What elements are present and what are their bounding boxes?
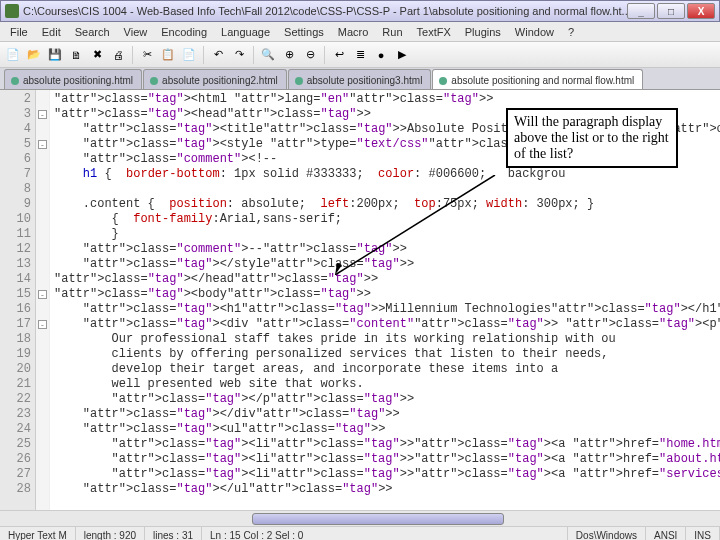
horizontal-scrollbar[interactable] bbox=[0, 510, 720, 526]
save-icon[interactable]: 💾 bbox=[46, 46, 64, 64]
menu-textfx[interactable]: TextFX bbox=[411, 24, 457, 40]
find-icon[interactable]: 🔍 bbox=[259, 46, 277, 64]
cut-icon[interactable]: ✂ bbox=[138, 46, 156, 64]
tab-label: absolute positioning3.html bbox=[307, 75, 423, 86]
status-length: length : 920 bbox=[76, 527, 145, 540]
zoom-in-icon[interactable]: ⊕ bbox=[280, 46, 298, 64]
menu-plugins[interactable]: Plugins bbox=[459, 24, 507, 40]
menu-help[interactable]: ? bbox=[562, 24, 580, 40]
app-icon bbox=[5, 4, 19, 18]
scrollbar-thumb[interactable] bbox=[252, 513, 504, 525]
line-numbers: 2345678910111213141516171819202122232425… bbox=[0, 90, 36, 510]
close-file-icon[interactable]: ✖ bbox=[88, 46, 106, 64]
new-file-icon[interactable]: 📄 bbox=[4, 46, 22, 64]
list-icon[interactable]: ≣ bbox=[351, 46, 369, 64]
undo-icon[interactable]: ↶ bbox=[209, 46, 227, 64]
file-tab[interactable]: absolute positioning.html bbox=[4, 69, 142, 89]
tab-label: absolute positioning2.html bbox=[162, 75, 278, 86]
toolbar-separator bbox=[324, 46, 325, 64]
status-eol: Dos\Windows bbox=[568, 527, 646, 540]
play-icon[interactable]: ▶ bbox=[393, 46, 411, 64]
copy-icon[interactable]: 📋 bbox=[159, 46, 177, 64]
file-tabs: absolute positioning.html absolute posit… bbox=[0, 68, 720, 90]
window-controls: _ □ X bbox=[627, 3, 715, 19]
tab-status-icon bbox=[11, 77, 19, 85]
toolbar-separator bbox=[253, 46, 254, 64]
close-button[interactable]: X bbox=[687, 3, 715, 19]
maximize-button[interactable]: □ bbox=[657, 3, 685, 19]
record-icon[interactable]: ● bbox=[372, 46, 390, 64]
zoom-out-icon[interactable]: ⊖ bbox=[301, 46, 319, 64]
toolbar: 📄 📂 💾 🗎 ✖ 🖨 ✂ 📋 📄 ↶ ↷ 🔍 ⊕ ⊖ ↩ ≣ ● ▶ bbox=[0, 42, 720, 68]
tab-status-icon bbox=[150, 77, 158, 85]
tab-status-icon bbox=[439, 77, 447, 85]
annotation-callout: Will the paragraph display above the lis… bbox=[506, 108, 678, 168]
menu-language[interactable]: Language bbox=[215, 24, 276, 40]
menu-bar: File Edit Search View Encoding Language … bbox=[0, 22, 720, 42]
fold-column[interactable]: - - - - bbox=[36, 90, 50, 510]
paste-icon[interactable]: 📄 bbox=[180, 46, 198, 64]
minimize-button[interactable]: _ bbox=[627, 3, 655, 19]
menu-view[interactable]: View bbox=[118, 24, 154, 40]
window-title: C:\Courses\CIS 1004 - Web-Based Info Tec… bbox=[23, 5, 627, 17]
status-mode: INS bbox=[686, 527, 720, 540]
menu-settings[interactable]: Settings bbox=[278, 24, 330, 40]
menu-macro[interactable]: Macro bbox=[332, 24, 375, 40]
status-encoding: ANSI bbox=[646, 527, 686, 540]
file-tab[interactable]: absolute positioning3.html bbox=[288, 69, 432, 89]
redo-icon[interactable]: ↷ bbox=[230, 46, 248, 64]
file-tab-active[interactable]: absolute positioning and normal flow.htm… bbox=[432, 69, 643, 89]
menu-search[interactable]: Search bbox=[69, 24, 116, 40]
status-bar: Hyper Text M length : 920 lines : 31 Ln … bbox=[0, 526, 720, 540]
tab-label: absolute positioning.html bbox=[23, 75, 133, 86]
wordwrap-icon[interactable]: ↩ bbox=[330, 46, 348, 64]
menu-window[interactable]: Window bbox=[509, 24, 560, 40]
menu-edit[interactable]: Edit bbox=[36, 24, 67, 40]
menu-file[interactable]: File bbox=[4, 24, 34, 40]
callout-text: Will the paragraph display above the lis… bbox=[514, 114, 669, 161]
status-position: Ln : 15 Col : 2 Sel : 0 bbox=[202, 527, 568, 540]
open-file-icon[interactable]: 📂 bbox=[25, 46, 43, 64]
status-language: Hyper Text M bbox=[0, 527, 76, 540]
tab-status-icon bbox=[295, 77, 303, 85]
menu-encoding[interactable]: Encoding bbox=[155, 24, 213, 40]
window-titlebar: C:\Courses\CIS 1004 - Web-Based Info Tec… bbox=[0, 0, 720, 22]
print-icon[interactable]: 🖨 bbox=[109, 46, 127, 64]
tab-label: absolute positioning and normal flow.htm… bbox=[451, 75, 634, 86]
status-lines: lines : 31 bbox=[145, 527, 202, 540]
menu-run[interactable]: Run bbox=[376, 24, 408, 40]
toolbar-separator bbox=[132, 46, 133, 64]
file-tab[interactable]: absolute positioning2.html bbox=[143, 69, 287, 89]
toolbar-separator bbox=[203, 46, 204, 64]
saveall-icon[interactable]: 🗎 bbox=[67, 46, 85, 64]
